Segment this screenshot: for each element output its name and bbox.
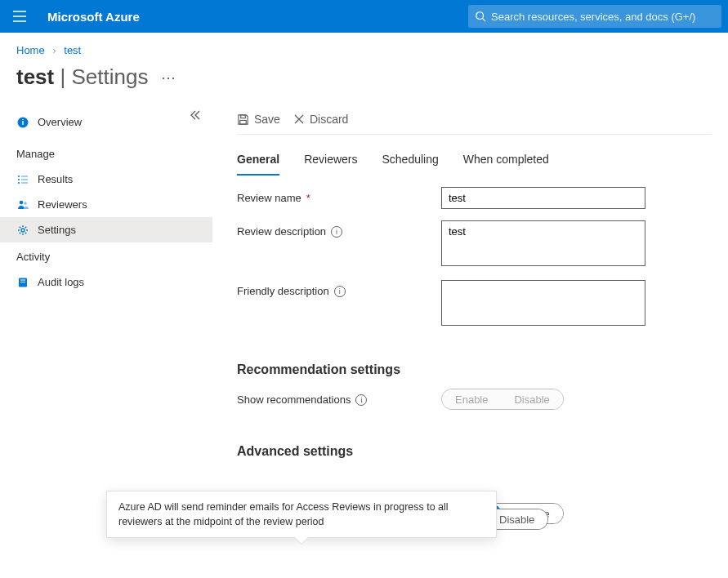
page-title-sub: Settings (71, 64, 148, 89)
info-icon[interactable]: i (334, 286, 346, 297)
discard-label: Discard (310, 113, 348, 126)
tooltip-text: Azure AD will send reminder emails for A… (118, 501, 449, 527)
info-icon[interactable]: i (331, 226, 342, 238)
close-icon (293, 113, 305, 125)
svg-rect-10 (241, 114, 246, 118)
show-recommendations-toggle: Enable Disable (441, 389, 564, 410)
page-title-sep: | (54, 64, 71, 89)
tab-when-completed[interactable]: When completed (463, 148, 549, 176)
sidebar-item-label: Overview (38, 116, 82, 128)
tab-reviewers[interactable]: Reviewers (304, 148, 357, 176)
sidebar-item-label: Results (38, 173, 73, 185)
toolbar: Save Discard (237, 106, 712, 135)
reminders-tooltip: Azure AD will send reminder emails for A… (106, 491, 497, 538)
svg-text:i: i (22, 118, 25, 127)
tab-general[interactable]: General (237, 148, 279, 176)
svg-rect-8 (20, 279, 25, 280)
sidebar-item-label: Audit logs (38, 276, 84, 288)
sidebar-item-results[interactable]: Results (0, 167, 212, 192)
svg-rect-11 (240, 120, 247, 124)
svg-line-1 (483, 19, 486, 22)
svg-point-0 (476, 12, 484, 20)
sidebar-item-overview[interactable]: i Overview (0, 109, 212, 135)
sidebar-heading-manage: Manage (0, 140, 212, 167)
breadcrumb-home[interactable]: Home (16, 44, 45, 56)
row-review-name: Review name * (237, 176, 712, 209)
save-icon (237, 113, 249, 126)
sidebar-item-label: Settings (38, 224, 76, 236)
menu-toggle[interactable] (0, 11, 39, 22)
show-recommendations-label: Show recommendations (237, 393, 351, 406)
search-input[interactable] (491, 11, 715, 23)
page-title-main: test (16, 64, 54, 89)
collapse-sidebar-button[interactable] (190, 109, 201, 123)
info-icon: i (16, 117, 29, 128)
save-button[interactable]: Save (237, 113, 280, 126)
breadcrumb-current[interactable]: test (64, 44, 81, 56)
sidebar-item-audit-logs[interactable]: Audit logs (0, 269, 212, 295)
book-icon (16, 277, 29, 288)
svg-point-6 (21, 229, 25, 232)
sidebar-item-label: Reviewers (38, 198, 87, 211)
required-asterisk: * (306, 192, 310, 204)
row-review-description: Review description i test (237, 209, 712, 269)
list-icon (16, 174, 29, 185)
people-icon (16, 199, 29, 211)
global-search[interactable] (468, 5, 721, 28)
tabs: General Reviewers Scheduling When comple… (237, 135, 712, 176)
search-icon (475, 11, 486, 22)
sidebar-item-settings[interactable]: Settings (0, 217, 212, 242)
review-description-input[interactable]: test (441, 220, 645, 266)
svg-rect-9 (20, 282, 25, 282)
review-name-input[interactable] (441, 187, 645, 209)
toggle-disable: Disable (501, 389, 562, 409)
advanced-heading: Advanced settings (237, 444, 712, 459)
main-panel: Save Discard General Reviewers Schedulin… (212, 106, 728, 557)
recommendation-heading: Recommendation settings (237, 362, 712, 377)
brand-label: Microsoft Azure (39, 10, 140, 24)
svg-point-4 (20, 200, 24, 204)
hamburger-icon (13, 11, 26, 22)
friendly-description-input[interactable] (441, 280, 645, 326)
gear-icon (16, 225, 29, 236)
breadcrumb-separator: › (47, 44, 60, 56)
tab-scheduling[interactable]: Scheduling (382, 148, 439, 176)
toggle-enable: Enable (442, 389, 501, 409)
row-show-recommendations: Show recommendations i Enable Disable (237, 377, 712, 410)
review-name-label: Review name (237, 192, 301, 204)
row-friendly-description: Friendly description i (237, 269, 712, 328)
chevron-double-left-icon (190, 109, 201, 121)
save-label: Save (254, 113, 280, 126)
breadcrumb: Home › test (0, 33, 728, 63)
svg-point-5 (24, 202, 27, 205)
sidebar-heading-activity: Activity (0, 242, 212, 269)
sidebar-item-reviewers[interactable]: Reviewers (0, 192, 212, 217)
review-description-label: Review description (237, 225, 326, 238)
page-title-row: test | Settings ⋯ (0, 63, 728, 106)
top-bar: Microsoft Azure (0, 0, 728, 33)
more-actions-button[interactable]: ⋯ (158, 69, 179, 87)
friendly-description-label: Friendly description (237, 285, 329, 297)
discard-button[interactable]: Discard (293, 113, 348, 126)
sidebar: i Overview Manage Results Reviewers Sett… (0, 106, 212, 557)
page-title: test | Settings (16, 64, 148, 90)
info-icon[interactable]: i (355, 394, 367, 406)
